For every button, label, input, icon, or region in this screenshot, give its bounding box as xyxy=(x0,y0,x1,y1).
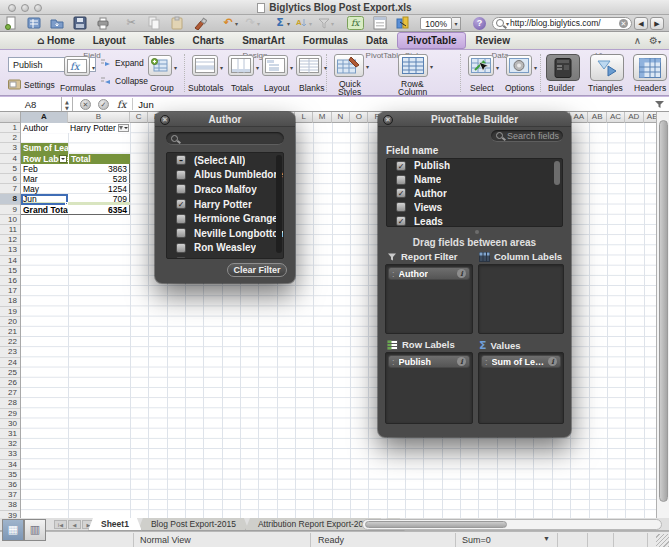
confirm-entry-icon[interactable]: ✓ xyxy=(98,99,109,110)
checkbox[interactable] xyxy=(176,170,186,180)
checkbox[interactable]: ✓ xyxy=(396,161,406,171)
tab-charts[interactable]: Charts xyxy=(183,33,233,48)
pivot-title-cell[interactable]: Sum of Leads xyxy=(21,143,68,153)
print-icon[interactable] xyxy=(96,16,110,30)
normal-view-button[interactable]: ▦ xyxy=(2,519,24,541)
row-header-22[interactable]: 22 xyxy=(0,337,20,347)
checkbox[interactable] xyxy=(176,228,186,238)
grand-total-value-cell[interactable]: 6354 xyxy=(68,205,130,215)
column-header-A[interactable]: A xyxy=(21,112,68,123)
save-icon[interactable] xyxy=(73,16,87,30)
pivot-value[interactable]: 528 xyxy=(68,174,130,184)
row-labels-dropdown-icon[interactable] xyxy=(59,155,67,163)
column-header-O[interactable]: O xyxy=(350,112,368,123)
copy-icon[interactable] xyxy=(147,16,161,30)
row-header-37[interactable]: 37 xyxy=(0,490,20,500)
row-header-5[interactable]: 5 xyxy=(0,164,20,174)
checkbox[interactable]: ✓ xyxy=(176,199,186,209)
blanks-dropdown-icon[interactable]: ▾ xyxy=(324,64,327,71)
info-icon[interactable]: i xyxy=(457,269,466,278)
undo-icon[interactable]: ↶ xyxy=(221,16,235,30)
field-pill[interactable]: :Sum of Le…i xyxy=(481,355,561,368)
subtotals-dropdown-icon[interactable]: ▾ xyxy=(220,64,223,71)
expand-button[interactable]: Expand xyxy=(100,58,144,68)
field-pill[interactable]: :Publishi xyxy=(388,355,470,368)
filter-list-item[interactable]: Views xyxy=(387,200,562,214)
insert-function-icon[interactable]: fx xyxy=(117,99,126,110)
resize-grip[interactable] xyxy=(656,534,669,547)
row-header-17[interactable]: 17 xyxy=(0,286,20,296)
grand-total-label-cell[interactable]: Grand Total xyxy=(21,205,68,215)
group-button[interactable] xyxy=(148,55,172,76)
toolbox-icon[interactable] xyxy=(373,16,387,30)
sheet-tab-2[interactable]: Blog Post Export-2015 xyxy=(138,518,249,531)
options-dropdown-icon[interactable]: ▾ xyxy=(534,64,537,71)
checkbox[interactable] xyxy=(176,214,186,224)
sum-dropdown-icon[interactable]: ▼ xyxy=(543,535,550,542)
row-header-8[interactable]: 8 xyxy=(0,194,20,204)
row-header-11[interactable]: 11 xyxy=(0,225,20,235)
row-labels-area[interactable]: :Publishi xyxy=(385,352,473,424)
totals-dropdown-icon[interactable]: ▾ xyxy=(256,64,259,71)
help-button[interactable]: ? xyxy=(473,17,486,30)
checkbox[interactable]: ✓ xyxy=(396,188,406,198)
pivot-row-label[interactable]: Feb xyxy=(21,164,68,174)
row-header-21[interactable]: 21 xyxy=(0,327,20,337)
row-header-31[interactable]: 31 xyxy=(0,429,20,439)
row-header-16[interactable]: 16 xyxy=(0,276,20,286)
quick-styles-dropdown-icon[interactable]: ▾ xyxy=(366,63,369,70)
row-column-dropdown-icon[interactable]: ▾ xyxy=(430,63,433,70)
row-header-30[interactable]: 30 xyxy=(0,419,20,429)
filter-list-item[interactable]: Albus Dumbledore xyxy=(167,168,283,183)
checkbox[interactable] xyxy=(396,175,406,185)
collapse-ribbon-icon[interactable]: ∧ xyxy=(634,35,641,46)
column-header-AB[interactable]: AB xyxy=(589,112,607,123)
builder-toggle-button[interactable] xyxy=(546,54,580,81)
row-column-button[interactable] xyxy=(398,54,428,77)
row-header-23[interactable]: 23 xyxy=(0,347,20,357)
new-workbook-icon[interactable] xyxy=(4,16,18,30)
author-filter-list[interactable]: –(Select All)Albus DumbledoreDraco Malfo… xyxy=(166,152,284,259)
format-painter-icon[interactable] xyxy=(193,16,207,30)
collapse-button[interactable]: Collapse xyxy=(100,76,148,86)
ribbon-settings-gear-icon[interactable]: ⚙▾ xyxy=(649,35,661,46)
checkbox[interactable] xyxy=(176,184,186,194)
zoom-control[interactable]: 100% xyxy=(420,17,452,30)
field-pill[interactable]: :Authori xyxy=(388,267,470,280)
name-box-stepper[interactable]: ▲▼ xyxy=(62,97,73,111)
formulas-dropdown-icon[interactable]: ▾ xyxy=(92,64,95,71)
blanks-button[interactable] xyxy=(296,55,322,76)
author-search-input[interactable] xyxy=(166,132,284,145)
formula-builder-icon[interactable]: fx xyxy=(347,16,364,30)
values-area[interactable]: :Sum of Le…i xyxy=(478,352,564,424)
field-list-scrollbar[interactable] xyxy=(554,161,560,185)
clear-search-icon[interactable]: ✕ xyxy=(619,19,628,28)
cell-b1[interactable]: Harry Potter xyxy=(68,123,130,133)
row-header-19[interactable]: 19 xyxy=(0,307,20,317)
open-file-icon[interactable] xyxy=(50,16,64,30)
row-header-13[interactable]: 13 xyxy=(0,245,20,255)
cell-a1[interactable]: Author xyxy=(21,123,68,133)
column-header-B[interactable]: B xyxy=(68,112,130,123)
row-header-34[interactable]: 34 xyxy=(0,460,20,470)
row-header-7[interactable]: 7 xyxy=(0,184,20,194)
filter-icon[interactable] xyxy=(317,16,331,30)
layout-button[interactable] xyxy=(262,55,288,76)
filter-list-item[interactable]: Hermione Granger xyxy=(167,211,283,226)
cell-name-box[interactable]: A8 xyxy=(0,97,62,111)
select-dropdown-icon[interactable]: ▾ xyxy=(496,64,499,71)
select-all-corner[interactable] xyxy=(0,112,21,123)
row-header-4[interactable]: 4 xyxy=(0,154,20,164)
filter-list-item[interactable]: –(Select All) xyxy=(167,153,283,168)
row-header-24[interactable]: 24 xyxy=(0,358,20,368)
select-button[interactable] xyxy=(468,55,494,76)
media-browser-icon[interactable] xyxy=(396,16,410,30)
tab-smartart[interactable]: SmartArt xyxy=(233,33,294,48)
cancel-entry-icon[interactable]: ✕ xyxy=(80,99,91,110)
row-header-1[interactable]: 1 xyxy=(0,123,20,133)
pivot-value[interactable]: 1254 xyxy=(68,184,130,194)
info-icon[interactable]: i xyxy=(457,357,466,366)
paste-icon[interactable] xyxy=(170,16,184,30)
search-url-field[interactable]: ▾ http://blog.biglytics.com/ ✕ xyxy=(492,17,632,30)
checkbox[interactable] xyxy=(396,202,406,212)
